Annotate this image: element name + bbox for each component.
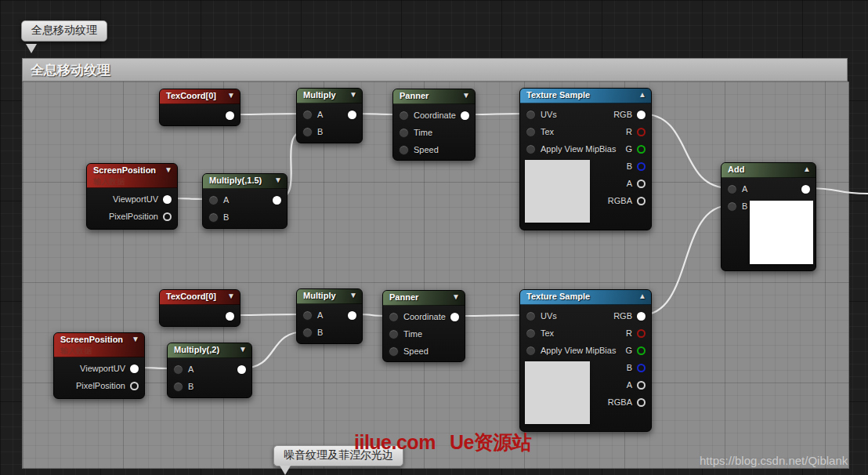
pin-rgba[interactable] [637, 398, 646, 407]
collapse-down-icon[interactable]: ▼ [227, 91, 235, 100]
pin-pixelposition[interactable] [163, 212, 172, 221]
pin-label: G [625, 346, 632, 355]
pin-label: B [627, 363, 632, 372]
node-multiply-top[interactable]: Multiply▼AB [296, 88, 363, 143]
pin-a[interactable] [637, 381, 646, 390]
pin-a[interactable] [302, 310, 313, 321]
output-row: B [627, 158, 646, 175]
collapse-down-icon[interactable]: ▼ [462, 91, 470, 100]
pin-out[interactable] [801, 185, 810, 194]
pin-tex[interactable] [526, 328, 536, 339]
collapse-down-icon[interactable]: ▼ [349, 90, 357, 99]
pin-a[interactable] [302, 110, 313, 120]
pin-apply-view-mipbias[interactable] [526, 144, 536, 154]
pin-out[interactable] [461, 111, 469, 120]
node-multiply-2[interactable]: Multiply(,2)▼AB [167, 343, 252, 398]
pin-b[interactable] [637, 364, 646, 372]
node-multiply-1-5[interactable]: Multiply(,1.5)▼AB [202, 173, 288, 229]
pin-rgb[interactable] [637, 312, 646, 321]
pin-viewportuv[interactable] [130, 364, 139, 373]
node-texsample-bottom[interactable]: Texture Sample▲UVsTexApply View MipBiasR… [519, 289, 652, 432]
pin-b[interactable] [173, 382, 183, 392]
pin-label: R [626, 328, 632, 338]
pin-label: UVs [541, 110, 557, 119]
pin-apply-view-mipbias[interactable] [526, 346, 536, 356]
pin-uvs[interactable] [526, 311, 536, 321]
node-texsample-top[interactable]: Texture Sample▲UVsTexApply View MipBiasR… [519, 88, 652, 230]
node-panner-bottom[interactable]: Panner▼CoordinateTimeSpeed [382, 290, 465, 362]
pin-a[interactable] [173, 364, 183, 375]
collapse-down-icon[interactable]: ▼ [452, 292, 460, 301]
pin-speed[interactable] [389, 346, 399, 357]
collapse-up-icon[interactable]: ▲ [803, 165, 811, 173]
pin-b[interactable] [727, 201, 737, 212]
pin-label: Time [403, 329, 422, 339]
pin-g[interactable] [637, 346, 646, 355]
pin-pixelposition[interactable] [130, 382, 139, 390]
pin-b[interactable] [302, 328, 313, 338]
pin-b[interactable] [637, 162, 646, 171]
collapse-up-icon[interactable]: ▲ [638, 292, 646, 300]
input-row: A [302, 106, 323, 123]
watermark-site: iilue.comUe资源站 [354, 430, 531, 455]
pin-r[interactable] [637, 329, 646, 338]
node-panner-top[interactable]: Panner▼CoordinateTimeSpeed [392, 89, 476, 161]
node-title: Panner [400, 91, 429, 100]
collapse-down-icon[interactable]: ▼ [132, 335, 139, 343]
pin-out[interactable] [226, 312, 234, 321]
input-row: UVs [526, 106, 557, 123]
pin-out[interactable] [226, 111, 234, 120]
output-row [348, 106, 356, 123]
output-row: PixelPosition [76, 377, 139, 394]
pin-speed[interactable] [399, 145, 409, 155]
pin-out[interactable] [237, 365, 246, 374]
collapse-down-icon[interactable]: ▼ [274, 176, 282, 184]
node-texcoord-bottom[interactable]: TexCoord[0]▼ [159, 289, 241, 327]
input-row: Tex [526, 325, 554, 342]
node-screenposition-bottom[interactable]: ScreenPosition输入数据▼ViewportUVPixelPositi… [53, 332, 145, 399]
pin-out[interactable] [450, 313, 459, 321]
material-graph-canvas[interactable]: 全息移动纹理 TexCoord[0]▼Multiply▼ABPanner▼Coo… [0, 0, 868, 475]
node-subtitle: 输入数据 [60, 346, 92, 357]
node-title: Texture Sample [526, 90, 590, 100]
output-row: A [627, 175, 646, 192]
pin-a[interactable] [637, 179, 646, 188]
watermark-url: https://blog.csdn.net/Qiblank [700, 454, 848, 467]
pin-b[interactable] [302, 127, 313, 137]
collapse-down-icon[interactable]: ▼ [349, 291, 357, 299]
pin-r[interactable] [637, 128, 646, 136]
pin-a[interactable] [208, 195, 219, 205]
node-title: TexCoord[0] [166, 91, 216, 100]
pin-g[interactable] [637, 145, 646, 154]
pin-label: Tex [541, 328, 554, 338]
pin-uvs[interactable] [526, 110, 536, 120]
pin-time[interactable] [389, 329, 399, 339]
pin-time[interactable] [399, 128, 409, 138]
output-row [226, 307, 234, 325]
texture-preview [525, 160, 590, 223]
pin-out[interactable] [273, 196, 281, 205]
input-row: Apply View MipBias [526, 140, 616, 158]
collapse-down-icon[interactable]: ▼ [227, 292, 235, 300]
collapse-up-icon[interactable]: ▲ [638, 90, 646, 99]
bubble-pointer-icon [280, 466, 291, 475]
node-add[interactable]: Add▲AB [721, 162, 816, 271]
pin-coordinate[interactable] [389, 312, 399, 322]
collapse-down-icon[interactable]: ▼ [239, 345, 247, 354]
pin-a[interactable] [727, 184, 737, 194]
comment-header[interactable]: 全息移动纹理 [22, 58, 848, 82]
node-screenposition-top[interactable]: ScreenPosition输入数据▼ViewportUVPixelPositi… [86, 163, 178, 230]
pin-tex[interactable] [526, 127, 536, 137]
pin-rgb[interactable] [637, 111, 646, 119]
output-row: R [626, 123, 646, 140]
pin-rgba[interactable] [637, 197, 646, 205]
pin-coordinate[interactable] [399, 111, 409, 121]
pin-label: B [223, 212, 229, 222]
pin-b[interactable] [208, 212, 219, 223]
pin-out[interactable] [348, 311, 356, 320]
pin-viewportuv[interactable] [163, 195, 172, 204]
node-texcoord-top[interactable]: TexCoord[0]▼ [159, 89, 241, 126]
node-multiply-bottom[interactable]: Multiply▼AB [296, 288, 363, 344]
pin-out[interactable] [348, 111, 356, 119]
collapse-down-icon[interactable]: ▼ [165, 165, 172, 174]
